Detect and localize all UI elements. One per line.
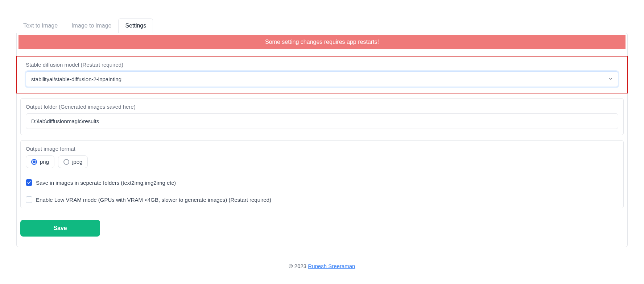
tabs-row: Text to image Image to image Settings [16, 18, 628, 33]
low-vram-row[interactable]: Enable Low VRAM mode (GPUs with VRAM <4G… [21, 191, 623, 208]
footer: © 2023 Rupesh Sreeraman [16, 263, 628, 269]
settings-panel: Some setting changes requires app restar… [16, 33, 628, 247]
output-format-label: Output image format [26, 146, 618, 152]
radio-label: jpeg [72, 159, 82, 165]
output-folder-input[interactable] [26, 113, 618, 129]
low-vram-label: Enable Low VRAM mode (GPUs with VRAM <4G… [36, 197, 271, 203]
output-format-radio-group: png jpeg [26, 155, 618, 168]
radio-dot-icon [31, 159, 37, 165]
model-select[interactable] [26, 71, 618, 87]
output-folder-section: Output folder (Generated images saved he… [20, 98, 624, 135]
tab-label: Text to image [23, 22, 58, 29]
radio-png[interactable]: png [26, 155, 54, 168]
alert-banner: Some setting changes requires app restar… [18, 35, 626, 49]
tab-settings[interactable]: Settings [118, 18, 153, 33]
radio-jpeg[interactable]: jpeg [58, 155, 88, 168]
tab-label: Image to image [71, 22, 111, 29]
output-folder-label: Output folder (Generated images saved he… [26, 104, 618, 110]
model-label: Stable diffusion model (Restart required… [26, 62, 618, 68]
checkbox-icon [26, 179, 32, 186]
model-section: Stable diffusion model (Restart required… [17, 56, 627, 93]
save-button[interactable]: Save [20, 220, 100, 237]
checkbox-icon [26, 196, 32, 203]
radio-dot-icon [63, 159, 69, 165]
save-separate-row[interactable]: Save in images in seperate folders (text… [21, 174, 623, 191]
model-select-input[interactable] [26, 71, 618, 87]
footer-prefix: © 2023 [289, 263, 308, 269]
format-and-options-section: Output image format png jpeg [20, 140, 624, 208]
footer-link[interactable]: Rupesh Sreeraman [308, 263, 355, 269]
save-separate-label: Save in images in seperate folders (text… [36, 180, 176, 186]
tab-label: Settings [125, 22, 146, 29]
save-button-label: Save [53, 225, 67, 231]
tab-image-to-image[interactable]: Image to image [65, 18, 118, 33]
radio-label: png [40, 159, 49, 165]
tab-text-to-image[interactable]: Text to image [16, 18, 65, 33]
alert-text: Some setting changes requires app restar… [265, 39, 379, 45]
